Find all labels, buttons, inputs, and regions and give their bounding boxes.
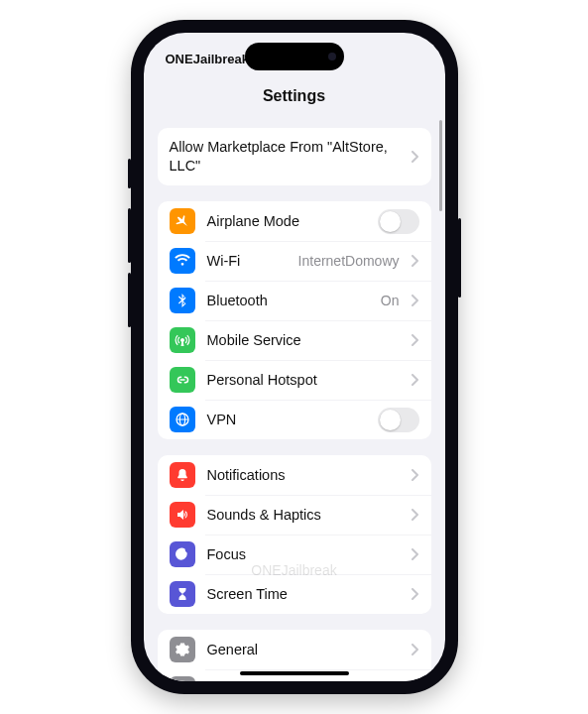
chevron-right-icon	[412, 509, 419, 521]
speaker-icon	[170, 502, 195, 528]
screen: ONEJailbreak Settings Allo	[144, 33, 445, 681]
chevron-right-icon	[412, 151, 419, 163]
vpn-row[interactable]: VPN	[158, 400, 431, 439]
chevron-right-icon	[412, 548, 419, 560]
bluetooth-detail: On	[381, 293, 400, 308]
allow-marketplace-label: Allow Marketplace From "AltStore, LLC"	[170, 138, 400, 176]
screentime-row[interactable]: Screen Time	[158, 574, 431, 614]
allow-marketplace-row[interactable]: Allow Marketplace From "AltStore, LLC"	[158, 128, 431, 185]
link-icon	[170, 367, 195, 393]
focus-label: Focus	[207, 546, 400, 562]
notifications-label: Notifications	[207, 467, 400, 483]
vpn-toggle[interactable]	[378, 408, 419, 432]
wifi-icon	[170, 248, 195, 274]
focus-row[interactable]: Focus	[158, 535, 431, 574]
airplane-icon	[170, 208, 195, 234]
side-button-power	[458, 218, 461, 298]
airplane-label: Airplane Mode	[207, 213, 366, 229]
wifi-label: Wi-Fi	[207, 253, 287, 269]
side-button-silent	[128, 159, 131, 188]
gear-icon	[170, 637, 195, 662]
chevron-right-icon	[412, 588, 419, 600]
bell-icon	[170, 462, 195, 488]
chevron-right-icon	[412, 644, 419, 655]
dynamic-island	[245, 43, 344, 70]
antenna-icon	[170, 327, 195, 353]
page-title: Settings	[263, 87, 325, 105]
vpn-label: VPN	[207, 412, 366, 427]
moon-icon	[170, 541, 195, 567]
general-label: General	[207, 642, 400, 657]
chevron-right-icon	[412, 295, 419, 306]
attention-section: Notifications Sounds & Haptics Focus	[158, 455, 431, 614]
notifications-row[interactable]: Notifications	[158, 455, 431, 495]
chevron-right-icon	[412, 469, 419, 481]
mobile-service-row[interactable]: Mobile Service	[158, 320, 431, 360]
hourglass-icon	[170, 581, 195, 607]
nav-header: Settings	[144, 76, 445, 116]
chevron-right-icon	[412, 374, 419, 386]
sounds-label: Sounds & Haptics	[207, 507, 400, 523]
globe-icon	[170, 407, 195, 432]
scroll-indicator	[439, 120, 442, 211]
bluetooth-icon	[170, 288, 195, 313]
general-row[interactable]: General	[158, 630, 431, 669]
hotspot-label: Personal Hotspot	[207, 372, 400, 388]
marketplace-section: Allow Marketplace From "AltStore, LLC"	[158, 128, 431, 185]
chevron-right-icon	[412, 255, 419, 267]
chevron-right-icon	[412, 334, 419, 346]
statusbar-carrier: ONEJailbreak	[166, 52, 250, 66]
side-button-volume-up	[128, 208, 131, 263]
network-section: Airplane Mode Wi-Fi InternetDomowy Bluet	[158, 201, 431, 439]
bluetooth-row[interactable]: Bluetooth On	[158, 281, 431, 320]
home-indicator[interactable]	[240, 671, 349, 675]
airplane-mode-row[interactable]: Airplane Mode	[158, 201, 431, 241]
mobile-label: Mobile Service	[207, 332, 400, 348]
hotspot-row[interactable]: Personal Hotspot	[158, 360, 431, 400]
bluetooth-label: Bluetooth	[207, 293, 369, 308]
sliders-icon	[170, 676, 195, 681]
iphone-frame: ONEJailbreak Settings Allo	[131, 20, 458, 694]
sounds-row[interactable]: Sounds & Haptics	[158, 495, 431, 535]
screentime-label: Screen Time	[207, 586, 400, 602]
settings-list[interactable]: Allow Marketplace From "AltStore, LLC" A…	[144, 116, 445, 681]
side-button-volume-down	[128, 273, 131, 327]
wifi-row[interactable]: Wi-Fi InternetDomowy	[158, 241, 431, 281]
wifi-detail: InternetDomowy	[298, 253, 400, 269]
airplane-toggle[interactable]	[378, 209, 419, 234]
